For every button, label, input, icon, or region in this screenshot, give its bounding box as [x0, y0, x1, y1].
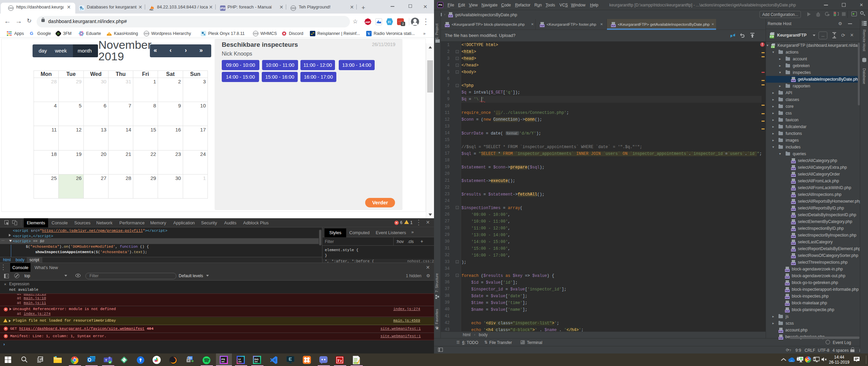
svg-text:IJ: IJ — [238, 358, 241, 361]
svg-text:DG: DG — [255, 358, 259, 361]
svg-text:T: T — [105, 359, 107, 362]
svg-text:FI: FI — [388, 20, 391, 24]
svg-text:3F: 3F — [57, 33, 60, 35]
svg-text:Fz: Fz — [337, 358, 342, 363]
svg-text:ABP: ABP — [366, 21, 371, 23]
svg-text:PS: PS — [221, 358, 225, 361]
svg-text:V: V — [368, 32, 370, 36]
svg-text:FTP: FTP — [771, 46, 775, 48]
svg-text:FTP: FTP — [770, 36, 774, 38]
